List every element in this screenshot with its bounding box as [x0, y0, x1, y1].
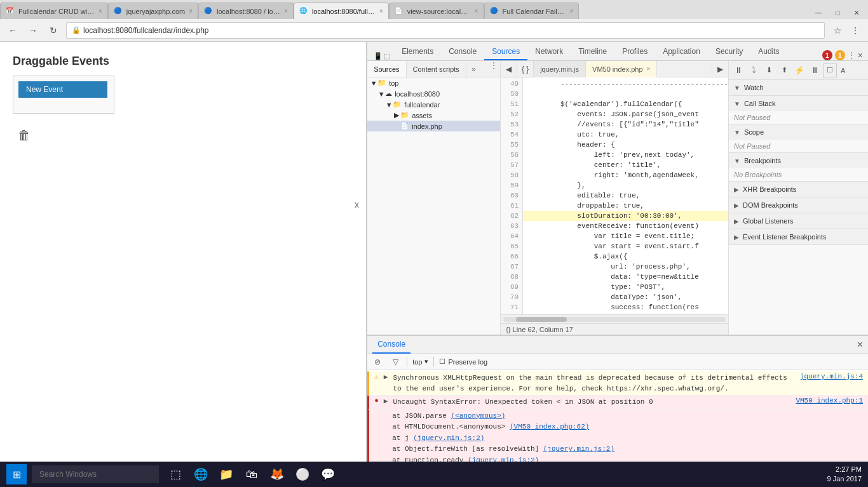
error-expand[interactable]: ▶ — [384, 397, 388, 408]
tree-item-assets[interactable]: ▶ 📁 assets — [367, 110, 500, 121]
tab-console[interactable]: Console — [441, 44, 484, 60]
watch-header[interactable]: ▼ Watch — [729, 80, 868, 95]
tree-item-top[interactable]: ▼ 📁 top — [367, 77, 500, 88]
tab-close-5[interactable]: × — [475, 8, 478, 15]
tab-sources[interactable]: Sources — [484, 44, 527, 60]
error-title: Uncaught SyntaxError: Unexpected token <… — [393, 397, 790, 408]
address-bar[interactable]: 🔒 localhost:8080/fullcalendar/index.php — [66, 22, 825, 39]
tab-network[interactable]: Network — [527, 44, 571, 60]
tab-close-2[interactable]: × — [189, 8, 193, 15]
devtools-icon-1[interactable]: 📱 — [374, 52, 383, 60]
sources-tab-sources[interactable]: Sources — [367, 61, 406, 77]
clear-console-btn[interactable]: ⊘ — [371, 356, 384, 368]
store-taskbar-icon[interactable]: 🛍 — [240, 463, 263, 486]
close-marker[interactable]: x — [355, 199, 359, 210]
scope-header[interactable]: ▼ Scope — [729, 124, 868, 140]
filter-btn[interactable]: ▽ — [389, 356, 402, 368]
maximize-btn[interactable]: □ — [829, 6, 846, 19]
dom-header[interactable]: ▶ DOM Breakpoints — [729, 197, 868, 213]
code-format-btn[interactable]: { } — [517, 61, 534, 77]
code-toggle-sidebar-right[interactable]: ▶ — [712, 61, 728, 77]
sources-tab-bar: Sources Content scripts » ⋮ — [367, 61, 500, 77]
start-button[interactable]: ⊞ — [6, 464, 27, 484]
close-btn[interactable]: × — [848, 6, 865, 19]
warning-icon: ⚠ — [374, 373, 379, 394]
console-tab[interactable]: Console — [372, 336, 410, 354]
tab-application[interactable]: Application — [655, 44, 708, 60]
tree-item-localhost[interactable]: ▼ ☁ localhost:8080 — [367, 88, 500, 99]
callstack-value: Not Paused — [734, 114, 770, 121]
chat-taskbar-icon[interactable]: 💬 — [316, 463, 339, 486]
warning-expand[interactable]: ▶ — [384, 373, 388, 394]
back-button[interactable]: ← — [5, 23, 20, 38]
async-btn[interactable]: ☐ — [823, 63, 837, 77]
devtools-close-btn[interactable]: × — [858, 50, 863, 60]
callstack-header[interactable]: ▼ Call Stack — [729, 96, 868, 111]
scope-label: Scope — [744, 128, 764, 136]
code-sidebar-toggle[interactable]: ◀ — [501, 61, 517, 77]
code-tab-jquery[interactable]: jquery.min.js — [534, 61, 586, 77]
minimize-btn[interactable]: ─ — [810, 6, 827, 19]
tab-security[interactable]: Security — [708, 44, 750, 60]
step-out-button[interactable]: ⬆ — [777, 63, 791, 77]
browser-tab-2[interactable]: 🔵 jqueryajaxphp.com × — [108, 3, 198, 19]
scrollbar-thumb[interactable] — [516, 317, 567, 322]
code-scrollbar[interactable] — [501, 314, 728, 323]
global-header[interactable]: ▶ Global Listeners — [729, 213, 868, 229]
explorer-taskbar-icon[interactable]: 📁 — [215, 463, 238, 486]
drag-area[interactable]: New Event — [13, 76, 114, 114]
browser-tab-3[interactable]: 🔵 localhost:8080 / localh... × — [198, 3, 294, 19]
global-arrow: ▶ — [734, 218, 739, 225]
console-filter[interactable]: top ▾ — [412, 357, 428, 366]
tab-timeline[interactable]: Timeline — [571, 44, 614, 60]
step-into-button[interactable]: ⬇ — [762, 63, 776, 77]
xhr-header[interactable]: ▶ XHR Breakpoints — [729, 182, 868, 197]
tab-close-1[interactable]: × — [98, 8, 102, 15]
step-over-button[interactable]: ⤵ — [747, 63, 761, 77]
code-content[interactable]: ----------------------------------------… — [523, 77, 728, 314]
warning-source[interactable]: jquery.min.js:4 — [800, 373, 863, 394]
tab-elements[interactable]: Elements — [394, 44, 441, 60]
browser-taskbar-icon[interactable]: 🌐 — [189, 463, 212, 486]
devtools-icon-2[interactable]: ⬚ — [384, 52, 390, 60]
preserve-log-checkbox[interactable]: ☐ Preserve log — [439, 357, 487, 366]
sources-tab-more[interactable]: » — [466, 61, 481, 77]
sources-tab-content[interactable]: Content scripts — [407, 61, 466, 77]
task-view-btn[interactable]: ⬚ — [164, 463, 187, 486]
browser-tab-5[interactable]: 📄 view-source:localhost:8... × — [389, 3, 484, 19]
code-editor[interactable]: 4950515253545556575859606162636465666768… — [501, 77, 728, 314]
tree-item-fullcalendar[interactable]: ▼ 📁 fullcalendar — [367, 99, 500, 110]
forward-button[interactable]: → — [25, 23, 41, 38]
devtools-more-btn[interactable]: ⋮ — [848, 51, 855, 60]
code-tab-vm50[interactable]: VM50 index.php × — [586, 61, 657, 77]
pause-button[interactable]: ⏸ — [731, 63, 745, 77]
async-label[interactable]: A — [838, 67, 848, 74]
preserve-checkbox[interactable]: ☐ — [439, 357, 445, 366]
tab-profiles[interactable]: Profiles — [614, 44, 655, 60]
tree-item-index[interactable]: 📄 index.php — [367, 121, 500, 131]
code-tab-vm50-close[interactable]: × — [647, 65, 651, 72]
deactivate-btn[interactable]: ⏸ — [808, 63, 822, 77]
tab-audits[interactable]: Audits — [750, 44, 787, 60]
trash-icon[interactable]: 🗑 — [13, 124, 36, 147]
tab-close-4[interactable]: × — [379, 8, 383, 15]
chrome-taskbar-icon[interactable]: ⚪ — [291, 463, 314, 486]
settings-btn[interactable]: ⋮ — [848, 23, 863, 38]
browser-tab-6[interactable]: 🔵 Full Calendar Failed to L... × — [484, 3, 580, 19]
tab-close-6[interactable]: × — [570, 8, 574, 15]
browser-tab-4[interactable]: 🌐 localhost:8080/fullcalen... × — [294, 3, 389, 19]
callstack-section: ▼ Call Stack Not Paused — [729, 96, 868, 124]
taskbar-search[interactable] — [32, 465, 159, 483]
activate-breakpoints-btn[interactable]: ⚡ — [792, 63, 806, 77]
console-close-button[interactable]: × — [857, 339, 863, 350]
sources-sidebar-menu[interactable]: ⋮ — [487, 61, 500, 77]
error-source[interactable]: VM50 index.php:1 — [796, 397, 863, 408]
browser-tab-1[interactable]: 📅 Fullcalendar CRUD with... × — [0, 3, 108, 19]
event-header[interactable]: ▶ Event Listener Breakpoints — [729, 229, 868, 244]
bookmark-btn[interactable]: ☆ — [830, 23, 845, 38]
firefox-taskbar-icon[interactable]: 🦊 — [266, 463, 288, 486]
new-event-button[interactable]: New Event — [18, 81, 107, 98]
tab-close-3[interactable]: × — [284, 8, 288, 15]
reload-button[interactable]: ↻ — [46, 23, 61, 38]
breakpoints-header[interactable]: ▼ Breakpoints — [729, 153, 868, 168]
